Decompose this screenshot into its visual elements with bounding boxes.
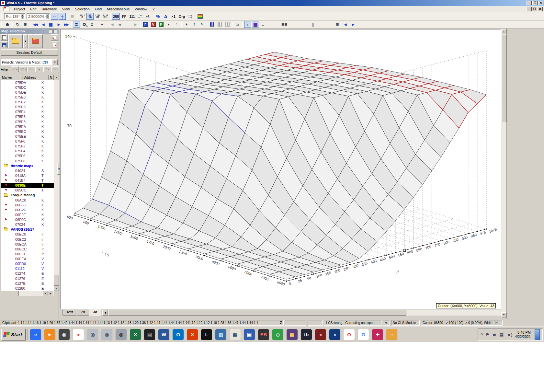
taskbar-app-icon-3[interactable]: ● — [73, 329, 84, 340]
tab-2d[interactable]: 2d — [77, 309, 89, 316]
map-row[interactable]: 075F2K — [1, 144, 54, 149]
taskbar-app-icon-24[interactable]: ✦ — [372, 329, 383, 340]
map-row[interactable]: 075E8K — [1, 119, 54, 124]
map-row[interactable]: 075E0K — [1, 95, 54, 99]
panel-pin-button[interactable] — [49, 29, 53, 33]
menu-miscellaneous[interactable]: Miscellaneous — [104, 6, 132, 12]
taskbar-app-icon-16[interactable]: EB — [258, 329, 269, 340]
map-row[interactable]: 075E2K — [1, 100, 54, 105]
open-dropdown-button[interactable]: ▼ — [23, 34, 28, 48]
taskbar-app-icon-14[interactable]: ▦ — [230, 329, 241, 340]
view--button[interactable]: % — [154, 13, 162, 20]
filter-888-button[interactable]: 888▾ — [19, 66, 27, 72]
ols-hat-icon[interactable]: ☗ — [4, 21, 11, 28]
map-row[interactable]: 00FD0V — [1, 261, 54, 266]
scrollbar-thumb[interactable] — [108, 310, 406, 316]
mdi-minimize-button[interactable]: _ — [527, 7, 532, 11]
binoculars-icon[interactable]: ∞ — [116, 21, 123, 28]
taskbar-app-icon-12[interactable]: L — [201, 329, 212, 340]
view-orgorg-button[interactable]: Org Org — [187, 13, 194, 20]
map-row[interactable]: 00EC0Ir — [1, 232, 54, 237]
taskbar-app-icon-6[interactable]: ◎ — [116, 329, 127, 340]
tray-icon-2[interactable]: ☻ — [492, 332, 497, 337]
filter-x-button[interactable]: ⚑▾ — [43, 66, 51, 72]
map-row[interactable]: 075EAK — [1, 124, 54, 129]
column-header-name[interactable]: N — [49, 75, 54, 80]
map-folder-row[interactable]: VANOS (16/17 — [1, 227, 54, 232]
view-111-button[interactable]: 111 — [128, 13, 136, 20]
menu-hardware[interactable]: Hardware — [39, 6, 60, 12]
map-row[interactable]: 075EEK — [1, 134, 54, 139]
map-row[interactable]: 00EEAV — [1, 257, 54, 261]
next-icon[interactable]: ▶ — [55, 21, 62, 28]
toolbar-grip[interactable] — [1, 7, 2, 11]
filter-KK-button[interactable]: KK▾ — [51, 66, 59, 72]
taskbar-app-icon-4[interactable]: ◎ — [87, 329, 98, 340]
view--button[interactable]: +/- — [144, 13, 152, 20]
taskbar-app-icon-2[interactable]: ◉ — [59, 329, 70, 340]
map-row[interactable]: ⚑06C2CK — [1, 207, 54, 212]
view-lohihilo-button[interactable]: LOHI HILO — [137, 13, 144, 20]
map-row[interactable]: ⚑0418AT — [1, 173, 54, 178]
dropdown-icon[interactable]: ▾ — [165, 21, 172, 28]
view-255-button[interactable]: 255 — [112, 13, 120, 20]
tray-icon-1[interactable]: ⚑ — [485, 332, 490, 337]
save-button[interactable] — [1, 41, 8, 48]
filter-i-button[interactable]: i▾ — [35, 66, 43, 72]
taskbar-app-icon-13[interactable]: ▥ — [215, 329, 226, 340]
satellite-icon[interactable]: ✦ — [98, 21, 106, 28]
show-desktop-button[interactable] — [535, 329, 540, 340]
map-row[interactable]: 06E9EK — [1, 212, 54, 217]
menu-[interactable]: ? — [150, 6, 157, 12]
view--button[interactable]: Δ — [162, 13, 169, 20]
map-row[interactable]: 01276E — [1, 276, 54, 281]
scroll-up-arrow[interactable]: ▲ — [501, 29, 506, 34]
tab-text[interactable]: Text — [62, 309, 77, 316]
search-list-icon[interactable] — [81, 21, 88, 28]
map-row[interactable]: 075F4K — [1, 149, 54, 154]
map-row[interactable]: ⚑065CCT — [1, 188, 54, 193]
map-row[interactable]: 075E4K — [1, 110, 54, 114]
taskbar-app-icon-5[interactable]: ◎ — [101, 329, 112, 340]
tray-icon-3[interactable]: ▦ — [499, 332, 504, 337]
map-row[interactable]: 075F0K — [1, 139, 54, 144]
taskbar-app-icon-17[interactable]: ◇ — [272, 329, 283, 340]
map-row[interactable]: 07024K — [1, 222, 54, 227]
close-button[interactable]: ✕ — [538, 1, 543, 5]
import-version-button[interactable] — [51, 34, 58, 41]
taskbar-app-icon-0[interactable]: e — [30, 329, 41, 340]
taskbar-app-icon-1[interactable]: ► — [44, 329, 55, 340]
view-mode-combobox[interactable]: Projects, Versions & Maps: (Ctrl ▼ — [1, 59, 58, 65]
scrollbar-thumb[interactable] — [501, 35, 506, 122]
map-row[interactable]: ⚑06F0CK — [1, 217, 54, 222]
taskbar-app-icon-20[interactable]: ● — [315, 329, 326, 340]
nav--button[interactable]: ? — [191, 21, 198, 28]
taskbar-app-icon-22[interactable]: O — [344, 329, 355, 340]
map-row[interactable]: ⚑041B4T — [1, 178, 54, 183]
taskbar-app-icon-9[interactable]: W — [158, 329, 169, 340]
menu-edit[interactable]: Edit — [28, 6, 39, 12]
menu-find[interactable]: Find — [92, 6, 104, 12]
taskbar-app-icon-11[interactable]: X — [187, 329, 198, 340]
taskbar-app-icon-25[interactable]: ⌂ — [386, 329, 397, 340]
view-org-button[interactable]: Org — [178, 13, 186, 20]
chart-icon[interactable] — [224, 21, 231, 28]
map-list-horizontal-scrollbar[interactable]: ◀ ▶ — [1, 291, 54, 296]
map-row[interactable]: 01274E — [1, 271, 54, 276]
map-row[interactable]: 00ECEIr — [1, 251, 54, 256]
prev-icon[interactable]: ◀ — [40, 21, 47, 28]
first-icon[interactable]: ◀◀ — [32, 21, 39, 28]
map-row[interactable]: 075ECK — [1, 129, 54, 134]
tray-icon-0[interactable]: ^ — [481, 332, 483, 337]
wand-import-icon[interactable]: ✶ — [183, 21, 190, 28]
last-icon[interactable]: ▶▶ — [63, 21, 70, 28]
fill-box-icon[interactable] — [252, 21, 259, 28]
menu-project[interactable]: Project — [11, 6, 28, 12]
map-row[interactable]: 075DAK — [1, 80, 54, 85]
export-version-button[interactable] — [51, 41, 58, 48]
prev-icon[interactable]: ◀ — [108, 21, 116, 28]
rainbow-icon[interactable] — [197, 13, 204, 20]
import-project-button[interactable] — [28, 34, 43, 48]
next-icon[interactable]: ▶ — [132, 21, 139, 28]
menu-view[interactable]: View — [60, 6, 73, 12]
